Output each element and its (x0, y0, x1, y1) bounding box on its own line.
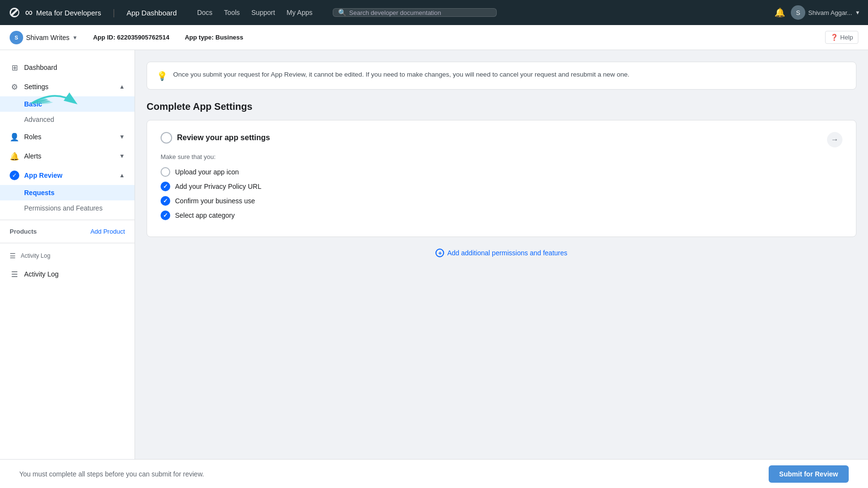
app-icon: S (10, 31, 23, 44)
nav-title: App Dashboard (126, 9, 176, 17)
app-name: Shivam Writes (26, 34, 69, 41)
app-review-chevron-icon: ▲ (119, 172, 125, 179)
nav-docs[interactable]: Docs (192, 6, 217, 19)
notice-box: 💡 Once you submit your request for App R… (147, 62, 856, 90)
app-id-label: App ID: (93, 34, 115, 41)
sidebar-roles-label: Roles (24, 133, 41, 141)
add-permissions-row: + Add additional permissions and feature… (147, 237, 856, 269)
sidebar-requests-label: Requests (24, 189, 54, 197)
footer-bar: You must complete all steps before you c… (0, 459, 868, 488)
help-area: ❓ Help (825, 31, 858, 44)
sidebar-basic-label: Basic (24, 100, 42, 108)
sidebar-section-activity-label: Activity Log (21, 252, 50, 259)
checklist-subtitle: Make sure that you: (161, 153, 842, 160)
help-button[interactable]: ❓ Help (825, 31, 858, 44)
settings-card-title: Review your app settings (177, 133, 270, 142)
roles-icon: 👤 (10, 132, 19, 142)
submit-review-button[interactable]: Submit for Review (769, 465, 849, 483)
section-title: Complete App Settings (147, 101, 856, 112)
user-menu[interactable]: S Shivam Aggar... ▼ (791, 5, 860, 20)
app-selector[interactable]: S Shivam Writes ▼ (10, 31, 78, 44)
checklist-label-privacy-url: Add your Privacy Policy URL (175, 183, 261, 190)
avatar: S (791, 5, 805, 20)
dashboard-icon: ⊞ (10, 63, 19, 72)
alerts-icon: 🔔 (10, 151, 19, 161)
checklist-label-business-use: Confirm your business use (175, 197, 255, 205)
review-header: Review your app settings (161, 132, 270, 144)
sidebar-item-basic[interactable]: Basic (0, 96, 135, 112)
checklist-label-app-category: Select app category (175, 211, 235, 219)
sidebar-item-advanced[interactable]: Advanced (0, 112, 135, 127)
checklist-item-app-category: Select app category (161, 211, 842, 220)
products-section-label: Products (10, 228, 37, 235)
help-label: Help (840, 34, 853, 41)
nav-tools[interactable]: Tools (219, 6, 245, 19)
sidebar-item-dashboard[interactable]: ⊞ Dashboard (0, 58, 135, 77)
search-input[interactable] (349, 9, 491, 16)
nav-support[interactable]: Support (246, 6, 280, 19)
nav-myapps[interactable]: My Apps (282, 6, 317, 19)
sidebar-item-alerts[interactable]: 🔔 Alerts ▼ (0, 146, 135, 166)
sidebar-permissions-label: Permissions and Features (24, 204, 103, 212)
sub-header: S Shivam Writes ▼ App ID: 62203590576251… (0, 25, 868, 50)
app-type-value: Business (216, 34, 244, 41)
sidebar-item-roles[interactable]: 👤 Roles ▼ (0, 127, 135, 146)
checklist-item-business-use: Confirm your business use (161, 196, 842, 206)
settings-navigate-button[interactable]: → (827, 132, 842, 147)
sidebar-alerts-label: Alerts (24, 152, 41, 160)
sidebar-item-activity-log-main[interactable]: ☰ Activity Log (0, 264, 135, 284)
settings-card-inner: Review your app settings → Make sure tha… (147, 120, 856, 237)
search-box[interactable]: 🔍 (333, 8, 497, 17)
app-selector-chevron-icon: ▼ (72, 35, 78, 40)
sidebar-settings-label: Settings (24, 83, 49, 91)
notification-bell-icon[interactable]: 🔔 (774, 7, 785, 18)
check-done-business-icon (161, 196, 170, 206)
main-content: 💡 Once you submit your request for App R… (135, 50, 868, 488)
sidebar-item-requests[interactable]: Requests (0, 185, 135, 200)
app-id-value: 622035905762514 (117, 34, 169, 41)
app-review-badge-icon: ✓ (10, 171, 19, 180)
checklist-item-privacy-url: Add your Privacy Policy URL (161, 182, 842, 191)
submit-review-label: Submit for Review (779, 470, 838, 478)
check-done-privacy-icon (161, 182, 170, 191)
sidebar-divider (0, 220, 135, 220)
search-icon: 🔍 (338, 9, 346, 16)
plus-circle-icon: + (435, 249, 444, 257)
activity-log-icon: ☰ (10, 252, 16, 260)
checklist-item-upload-icon: Upload your app icon (161, 167, 842, 177)
nav-right-area: 🔔 S Shivam Aggar... ▼ (774, 5, 860, 20)
sidebar-item-settings[interactable]: ⚙ Settings ▲ (0, 77, 135, 96)
sidebar-item-activity-log[interactable]: ☰ Activity Log (0, 247, 135, 264)
settings-chevron-icon: ▲ (119, 83, 125, 90)
meta-logo[interactable]: ∞ Meta for Developers (8, 6, 101, 19)
sidebar: ⊞ Dashboard ⚙ Settings ▲ Basic (0, 50, 135, 488)
sidebar-item-label: Dashboard (24, 64, 57, 71)
add-product-link[interactable]: Add Product (90, 228, 125, 235)
app-settings-card: Review your app settings → Make sure tha… (147, 120, 856, 237)
sidebar-item-permissions-features[interactable]: Permissions and Features (0, 200, 135, 216)
top-navigation: ∞ Meta for Developers | App Dashboard Do… (0, 0, 868, 25)
settings-card-header-row: Review your app settings → (161, 132, 842, 147)
app-type-label: App type: (185, 34, 214, 41)
activity-log-list-icon: ☰ (10, 269, 19, 279)
help-icon: ❓ (830, 34, 838, 41)
nav-divider: | (113, 8, 115, 18)
sidebar-item-app-review[interactable]: ✓ App Review ▲ (0, 166, 135, 185)
footer-message: You must complete all steps before you c… (19, 470, 204, 478)
roles-chevron-icon: ▼ (119, 133, 125, 140)
notice-text: Once you submit your request for App Rev… (173, 70, 629, 79)
main-layout: ⊞ Dashboard ⚙ Settings ▲ Basic (0, 50, 868, 488)
sidebar-divider-2 (0, 243, 135, 243)
notice-bulb-icon: 💡 (157, 71, 167, 81)
user-menu-chevron-icon: ▼ (855, 10, 860, 15)
add-permissions-link[interactable]: + Add additional permissions and feature… (435, 249, 567, 257)
sidebar-advanced-label: Advanced (24, 116, 54, 123)
app-id-area: App ID: 622035905762514 (93, 34, 169, 41)
app-type-area: App type: Business (185, 34, 243, 41)
sidebar-activity-log-label: Activity Log (24, 270, 59, 278)
settings-icon: ⚙ (10, 82, 19, 92)
checklist-label-upload-icon: Upload your app icon (175, 168, 239, 176)
logo-text: Meta for Developers (36, 9, 101, 17)
review-status-circle (161, 132, 172, 144)
sidebar-app-review-label: App Review (24, 171, 62, 179)
